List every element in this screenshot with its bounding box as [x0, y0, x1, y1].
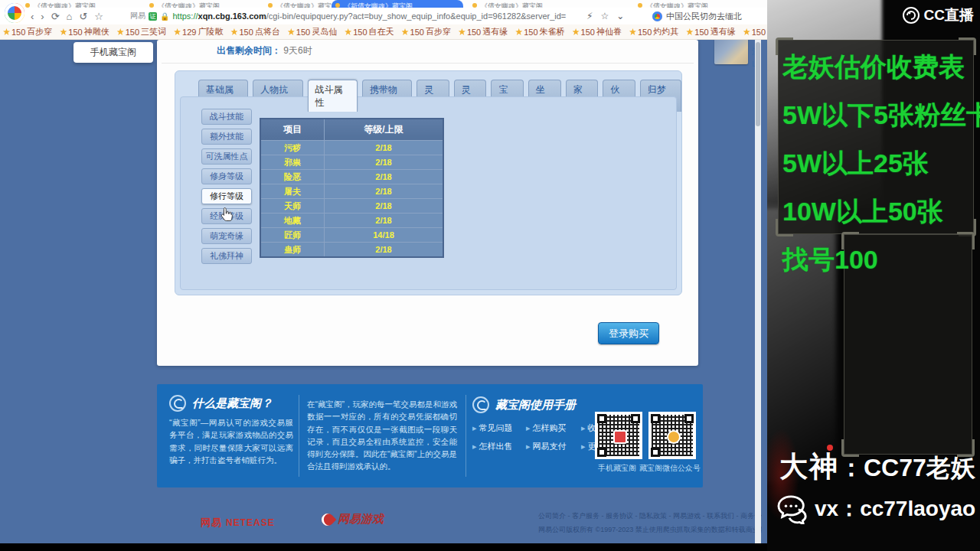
bookmark-star-icon	[288, 28, 295, 35]
page-scrollbar[interactable]	[755, 40, 761, 545]
netease-games-logo[interactable]: 网易游戏	[322, 512, 384, 527]
netease-logo[interactable]: 网易 NETEASE	[201, 516, 275, 530]
bookmark-star-icon	[459, 28, 466, 35]
extension-lightning-icon[interactable]: ⚡	[586, 11, 593, 21]
chat-bubbles-icon	[776, 494, 810, 524]
mobile-cbg-button[interactable]: 手机藏宝阁	[74, 42, 153, 63]
bookmark-star-icon	[174, 28, 181, 35]
table-row: 险恶 2/18	[260, 170, 443, 184]
bookmark-item[interactable]: 150 灼灼其	[629, 26, 678, 37]
seller-avatar	[714, 40, 748, 64]
cc-live-icon	[902, 6, 920, 24]
side-menu-button[interactable]: 额外技能	[201, 129, 252, 145]
copyright-text: 网易公司版权所有 ©1997-2023 禁止使用爬虫抓取采集的数据和转载商业化	[538, 525, 762, 535]
browser-tab[interactable]: 《新倩女幽魂》藏宝阁	[332, 0, 463, 8]
side-menu-button[interactable]: 萌宠奇缘	[201, 228, 252, 244]
price-line: 找号100	[782, 236, 978, 284]
table-row: 蛊师 2/18	[260, 243, 443, 258]
mouse-hand-cursor-icon	[220, 207, 234, 224]
flame-icon	[319, 510, 337, 528]
divider	[299, 395, 299, 477]
lock-icon: 🔒	[160, 12, 169, 21]
home-icon[interactable]: ⌂	[67, 11, 73, 22]
back-icon[interactable]: ‹	[31, 11, 34, 22]
bookmark-item[interactable]: 150 百步穿	[3, 26, 52, 37]
what-is-cbg-title: 什么是藏宝阁？	[192, 396, 273, 411]
manual-cloud-icon	[472, 396, 489, 413]
stream-overlay: CC直播 老妖估价收费表 5W以下5张粉丝卡 5W以上25张 10W以上50张 …	[767, 0, 980, 551]
bookmark-item[interactable]: 150 遇有缘	[686, 26, 735, 37]
browser-logo-icon[interactable]	[5, 3, 24, 23]
bookmark-star-icon[interactable]: ☆	[94, 11, 103, 22]
scrollbar-thumb[interactable]	[756, 42, 760, 126]
bookmark-star-icon	[743, 28, 750, 35]
url-domain: xqn.cbg.163.com	[198, 11, 266, 21]
forward-icon[interactable]: ›	[41, 11, 44, 22]
table-row: 天师 2/18	[260, 199, 443, 214]
divider	[466, 395, 466, 477]
qr-code-mobile-app	[595, 412, 642, 459]
login-buy-button[interactable]: 登录购买	[598, 322, 659, 344]
side-menu-button[interactable]: 战斗技能	[201, 109, 252, 125]
streamer-name-banner: 大神：CC77老妖	[779, 448, 975, 486]
browser-tab[interactable]: 《倩女幽魂》藏宝阁	[634, 0, 737, 8]
pinned-note-bookmark[interactable]: 中国公民切勿去缅北	[652, 8, 742, 24]
bookmark-star-icon	[60, 28, 67, 35]
cultivation-table: 项目 等级/上限 污秽 2/18	[260, 118, 444, 258]
bookmark-item[interactable]: 150 遇有缘	[459, 26, 508, 37]
url-path: /cgi-bin/equipquery.py?act=buy_show_equi…	[266, 11, 567, 21]
side-menu-button[interactable]: 礼佛拜神	[201, 248, 252, 264]
side-menu-button[interactable]: 修行等级	[201, 188, 252, 204]
history-icon[interactable]: ↺	[79, 11, 87, 22]
cbg-description-text: 在“藏宝阁”，玩家的每一笔交易都是和游戏数据一一对应的，所有的交易凭据都确切存在…	[307, 398, 457, 473]
address-bar[interactable]: 网易 证 🔒 https://xqn.cbg.163.com/cgi-bin/e…	[130, 9, 582, 23]
bookmark-item[interactable]: 150 神仙眷	[573, 26, 622, 37]
browser-tab-strip: 《倩女幽魂》藏宝阁 《倩女幽魂》藏宝阁 《倩女幽魂》藏宝阁 《新倩女幽魂》藏宝阁…	[0, 0, 767, 8]
favorite-star-icon[interactable]: ☆	[600, 11, 609, 21]
netease-badge-label: 网易	[130, 11, 145, 21]
bookmark-item[interactable]: 150 朱雀桥	[515, 26, 564, 37]
table-row: 屠夫 2/18	[260, 184, 443, 199]
bookmark-item[interactable]: 150 灵岛仙	[288, 26, 337, 37]
reload-icon[interactable]: ⟳	[51, 11, 60, 22]
wechat-id: vx：cc77laoyao	[815, 494, 975, 523]
bookmark-star-icon	[3, 28, 10, 35]
bookmark-item[interactable]: 150 点将台	[230, 26, 279, 37]
browser-tab[interactable]: 《倩女幽魂》藏宝阁	[145, 0, 245, 8]
bookmarks-bar: 150 百步穿 150 神雕侠 150 三笑词 129 广陵散	[0, 24, 767, 40]
bookmark-star-icon	[230, 28, 237, 35]
browser-tab[interactable]: 《倩女幽魂》藏宝阁	[469, 0, 580, 8]
footer-links[interactable]: 公司简介 - 客户服务 - 服务协议 - 隐私政策 - 网易游戏 - 联系我们 …	[538, 511, 762, 521]
bookmark-item[interactable]: 150 自在天	[345, 26, 394, 37]
browser-tab[interactable]: 《倩女幽魂》藏宝阁	[21, 0, 125, 8]
divider	[162, 63, 694, 64]
price-line: 5W以上25张	[782, 139, 978, 187]
bookmark-item[interactable]: 150 三笑词	[117, 26, 166, 37]
bookmark-star-icon	[345, 28, 351, 35]
dashen-logo: 大神	[779, 451, 839, 482]
side-menu-button[interactable]: 修身等级	[201, 168, 252, 184]
bookmark-star-icon	[515, 28, 522, 35]
qr-code-wechat	[648, 412, 696, 459]
equip-detail-card: 出售剩余时间： 9天6时 基础属性 人物抗性	[157, 40, 698, 366]
bookmark-item[interactable]: 129 广陵散	[174, 26, 223, 37]
what-is-cbg-text: “藏宝阁”—网易认可的游戏交易服务平台，满足玩家游戏物品的交易需求，同时尽量保障…	[169, 416, 293, 466]
attribute-tab[interactable]: 战斗属性	[308, 80, 358, 112]
manual-link[interactable]: 网易支付	[526, 441, 577, 452]
bookmark-star-icon	[402, 28, 409, 35]
dashen-red-dot	[827, 445, 833, 451]
manual-link[interactable]: 常见问题	[472, 422, 521, 434]
chevron-down-icon[interactable]: ⌄	[616, 11, 624, 21]
manual-link[interactable]: 怎样购买	[526, 422, 577, 434]
bookmark-star-icon	[686, 28, 693, 35]
sale-time-label: 出售剩余时间：	[217, 45, 281, 56]
bookmark-star-icon	[629, 28, 636, 35]
price-line: 老妖估价收费表	[782, 43, 978, 91]
bookmark-item[interactable]: 150 广陵散	[743, 26, 767, 37]
bookmark-item[interactable]: 150 百步穿	[402, 26, 451, 37]
price-list-text: 老妖估价收费表 5W以下5张粉丝卡 5W以上25张 10W以上50张 找号100	[782, 43, 978, 284]
manual-link[interactable]: 怎样出售	[472, 441, 521, 452]
bookmark-star-icon	[117, 28, 124, 35]
bookmark-item[interactable]: 150 神雕侠	[60, 26, 109, 37]
side-menu-button[interactable]: 可洗属性点	[201, 148, 252, 165]
